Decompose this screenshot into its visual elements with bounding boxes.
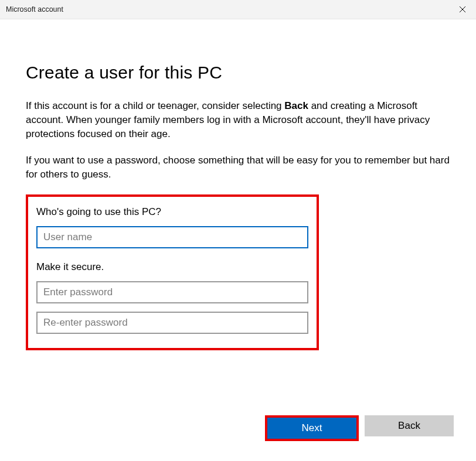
intro-paragraph-1: If this account is for a child or teenag…	[26, 99, 450, 141]
next-button[interactable]: Next	[267, 418, 356, 439]
username-input[interactable]	[36, 226, 308, 248]
button-row: Next Back	[265, 415, 454, 441]
intro-1-bold: Back	[284, 100, 308, 111]
close-button[interactable]	[449, 0, 476, 19]
intro-1a: If this account is for a child or teenag…	[26, 100, 284, 111]
window-title: Microsoft account	[0, 5, 63, 13]
close-icon	[460, 6, 465, 12]
main-content: Create a user for this PC If this accoun…	[0, 19, 476, 350]
who-label: Who's going to use this PC?	[36, 206, 308, 218]
titlebar: Microsoft account	[0, 0, 476, 19]
intro-paragraph-2: If you want to use a password, choose so…	[26, 153, 450, 182]
password-confirm-input[interactable]	[36, 312, 308, 334]
next-button-annotation: Next	[265, 415, 359, 441]
page-title: Create a user for this PC	[26, 63, 450, 83]
password-input[interactable]	[36, 281, 308, 303]
form-annotation-box: Who's going to use this PC? Make it secu…	[26, 194, 319, 350]
secure-label: Make it secure.	[36, 261, 308, 273]
back-button[interactable]: Back	[365, 415, 454, 436]
